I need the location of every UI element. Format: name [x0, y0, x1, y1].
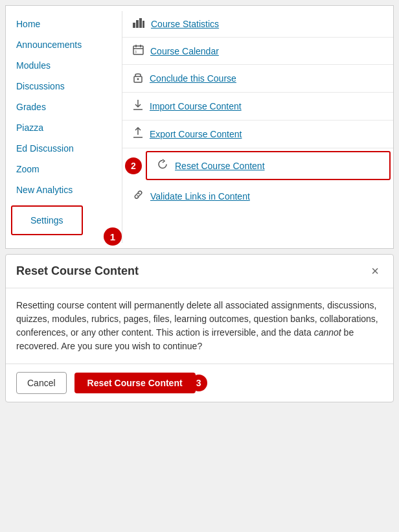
navigation-panel: Home Announcements Modules Discussions G… [5, 5, 394, 249]
svg-rect-1 [136, 20, 139, 28]
nav-grades[interactable]: Grades [6, 97, 122, 117]
link-icon [133, 189, 144, 203]
right-menu: Course Statistics 3 Course Calendar [122, 11, 393, 243]
menu-item-import-course[interactable]: Import Course Content [122, 93, 393, 121]
badge-1: 1 [104, 227, 122, 246]
settings-container: Settings 1 [6, 203, 122, 238]
dialog-close-button[interactable]: × [367, 262, 383, 280]
svg-text:3: 3 [135, 50, 137, 54]
reset-button-wrapper: Reset Course Content 3 [74, 373, 196, 393]
menu-item-validate-links[interactable]: Validate Links in Content [122, 183, 393, 209]
left-navigation: Home Announcements Modules Discussions G… [6, 11, 122, 243]
menu-item-reset-course[interactable]: Reset Course Content [146, 151, 391, 180]
svg-rect-0 [133, 23, 135, 28]
conclude-course-link[interactable]: Conclude this Course [150, 73, 236, 84]
course-statistics-link[interactable]: Course Statistics [151, 19, 219, 29]
nav-announcements[interactable]: Announcements [6, 34, 122, 55]
dialog-body-text: Resetting course content will permanentl… [16, 300, 378, 351]
validate-links-link[interactable]: Validate Links in Content [150, 191, 250, 202]
svg-point-10 [137, 78, 139, 80]
dialog-header: Reset Course Content × [6, 255, 393, 288]
menu-item-course-statistics[interactable]: Course Statistics [122, 11, 393, 38]
nav-piazza[interactable]: Piazza [6, 117, 122, 138]
svg-rect-2 [139, 18, 142, 28]
import-course-link[interactable]: Import Course Content [150, 101, 242, 111]
nav-ed-discussion[interactable]: Ed Discussion [6, 138, 122, 159]
reset-dialog: Reset Course Content × Resetting course … [5, 254, 394, 402]
reset-course-button[interactable]: Reset Course Content [74, 373, 196, 393]
menu-item-course-calendar[interactable]: 3 Course Calendar [122, 38, 393, 65]
nav-new-analytics[interactable]: New Analytics [6, 179, 122, 200]
badge-2: 2 [125, 157, 142, 174]
nav-home[interactable]: Home [6, 14, 122, 34]
nav-modules[interactable]: Modules [6, 55, 122, 76]
reset-icon [157, 159, 168, 172]
nav-zoom[interactable]: Zoom [6, 159, 122, 179]
import-icon [133, 99, 143, 113]
nav-discussions[interactable]: Discussions [6, 76, 122, 97]
badge-3: 3 [190, 375, 207, 391]
bar-chart-icon [133, 17, 144, 30]
calendar-icon: 3 [133, 44, 144, 58]
export-icon [133, 127, 143, 141]
dialog-body: Resetting course content will permanentl… [6, 288, 393, 364]
dialog-footer: Cancel Reset Course Content 3 [6, 364, 393, 402]
export-course-link[interactable]: Export Course Content [150, 129, 242, 139]
nav-settings[interactable]: Settings [20, 210, 74, 231]
cannot-text: cannot [314, 327, 341, 338]
menu-item-conclude-course[interactable]: Conclude this Course [122, 65, 393, 93]
reset-course-link[interactable]: Reset Course Content [175, 161, 265, 171]
lock-icon [133, 71, 143, 86]
course-calendar-link[interactable]: Course Calendar [150, 46, 219, 56]
menu-item-export-course[interactable]: Export Course Content [122, 121, 393, 148]
dialog-title: Reset Course Content [16, 264, 139, 278]
cancel-button[interactable]: Cancel [16, 372, 67, 394]
svg-rect-3 [142, 21, 144, 28]
settings-link-box: Settings [11, 205, 83, 235]
